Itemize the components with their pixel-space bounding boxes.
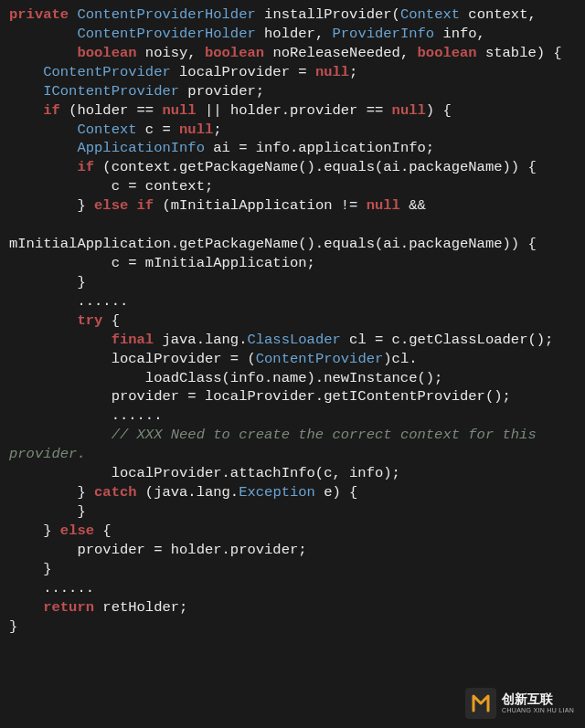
- code-token: }: [9, 274, 86, 290]
- code-token: }: [9, 618, 17, 635]
- code-token: null: [179, 121, 213, 138]
- code-token: else: [60, 522, 94, 539]
- code-token: }: [9, 561, 52, 577]
- code-token: ......: [9, 293, 128, 310]
- code-token: ClassLoader: [247, 332, 340, 348]
- code-token: }: [9, 197, 94, 214]
- code-token: {: [102, 312, 120, 329]
- code-token: [9, 102, 43, 119]
- code-token: info,: [434, 26, 485, 42]
- code-token: [9, 83, 43, 100]
- code-token: holder,: [256, 26, 333, 42]
- code-token: ) {: [426, 102, 452, 119]
- code-token: [9, 64, 43, 80]
- code-token: ContentProviderHolder: [77, 6, 255, 23]
- code-token: noisy,: [137, 45, 205, 61]
- code-token: )cl.: [383, 351, 417, 367]
- code-token: ;: [213, 121, 221, 138]
- code-token: [9, 140, 77, 156]
- code-token: e) {: [315, 484, 358, 501]
- code-token: null: [367, 197, 400, 214]
- code-token: c = context;: [9, 178, 213, 195]
- code-token: cl = c.getClassLoader();: [341, 332, 554, 348]
- code-token: [9, 332, 112, 348]
- code-token: c =: [137, 121, 180, 138]
- watermark-text-cn: 创新互联: [502, 692, 574, 706]
- code-token: Context: [400, 6, 460, 23]
- code-token: || holder.provider ==: [197, 102, 392, 119]
- code-token: [9, 312, 77, 329]
- code-token: mInitialApplication.getPackageName().equ…: [9, 236, 537, 252]
- code-token: boolean: [205, 45, 264, 61]
- code-token: }: [9, 522, 60, 539]
- code-token: return: [43, 599, 94, 616]
- code-token: ......: [9, 580, 94, 596]
- code-token: provider;: [179, 83, 264, 100]
- code-token: [9, 599, 43, 616]
- code-token: boolean: [418, 45, 477, 61]
- code-token: localProvider = (: [9, 351, 256, 367]
- code-token: else if: [94, 197, 154, 214]
- code-token: loadClass(info.name).newInstance();: [9, 370, 442, 386]
- code-token: [9, 159, 77, 175]
- code-token: private: [9, 6, 69, 23]
- code-token: (java.lang.: [137, 484, 239, 501]
- code-token: ai = info.applicationInfo;: [205, 140, 434, 156]
- code-token: ProviderInfo: [332, 26, 434, 42]
- watermark-logo-icon: [465, 688, 496, 719]
- code-token: null: [315, 64, 349, 80]
- code-token: Context: [77, 121, 136, 138]
- code-token: Exception: [239, 484, 315, 501]
- code-token: (context.getPackageName().equals(ai.pack…: [94, 159, 537, 175]
- code-token: (mInitialApplication !=: [154, 197, 367, 214]
- watermark-text-py: CHUANG XIN HU LIAN: [502, 706, 574, 714]
- code-token: boolean: [77, 45, 136, 61]
- code-token: noReleaseNeeded,: [264, 45, 417, 61]
- code-token: localProvider.attachInfo(c, info);: [9, 465, 400, 481]
- code-token: context,: [460, 6, 537, 23]
- code-token: [9, 26, 77, 42]
- code-token: installProvider(: [256, 6, 400, 23]
- code-token: null: [162, 102, 196, 119]
- code-token: null: [392, 102, 426, 119]
- code-token: ContentProvider: [256, 351, 384, 367]
- code-block: private ContentProviderHolder installPro…: [9, 5, 576, 636]
- code-token: if: [43, 102, 60, 119]
- code-token: ContentProviderHolder: [77, 26, 255, 42]
- code-token: &&: [400, 197, 426, 214]
- code-token: (holder ==: [60, 102, 163, 119]
- code-token: provider = localProvider.getIContentProv…: [9, 388, 511, 405]
- code-token: [9, 427, 112, 443]
- watermark: 创新互联 CHUANG XIN HU LIAN: [465, 688, 574, 719]
- code-token: IContentProvider: [43, 83, 179, 100]
- code-token: ;: [349, 64, 357, 80]
- code-token: ......: [9, 407, 162, 424]
- code-token: try: [77, 312, 102, 329]
- code-token: final: [112, 332, 154, 348]
- code-token: }: [9, 484, 94, 501]
- code-token: java.lang.: [154, 332, 247, 348]
- code-token: catch: [94, 484, 137, 501]
- code-token: ContentProvider: [43, 64, 171, 80]
- code-token: localProvider =: [171, 64, 315, 80]
- code-token: }: [9, 503, 86, 520]
- code-token: [9, 121, 77, 138]
- code-token: stable) {: [477, 45, 562, 61]
- code-token: [9, 45, 77, 61]
- code-token: provider = holder.provider;: [9, 542, 307, 558]
- code-token: retHolder;: [94, 599, 187, 616]
- code-token: {: [94, 522, 112, 539]
- code-token: c = mInitialApplication;: [9, 255, 315, 271]
- code-token: ApplicationInfo: [77, 140, 205, 156]
- code-token: if: [77, 159, 94, 175]
